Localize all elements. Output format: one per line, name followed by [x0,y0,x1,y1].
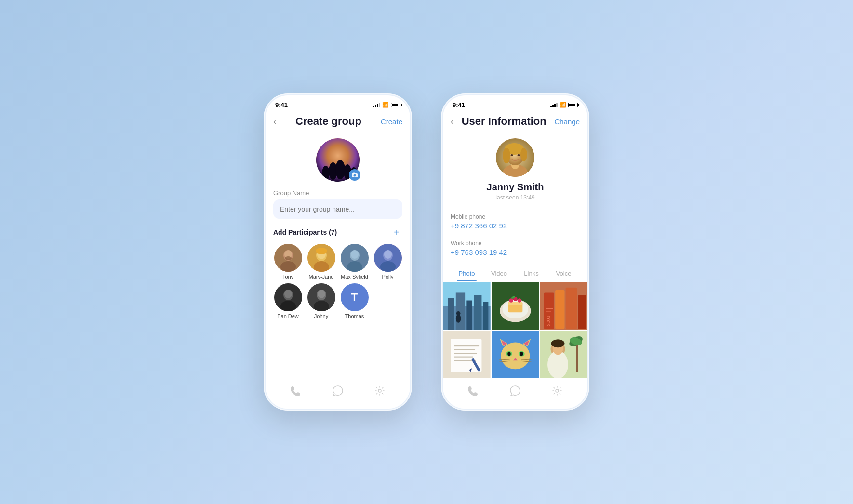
profile-avatar [496,138,534,177]
participants-header: Add Participants (7) + [273,226,402,238]
add-participant-button[interactable]: + [391,226,402,238]
svg-point-1 [322,166,330,180]
phones-container: 9:41 📶 ‹ Create group [264,93,589,411]
avatar-tony-image [274,244,302,272]
profile-name: Janny Smith [487,182,544,193]
work-phone-label: Work phone [451,240,580,247]
back-button-right[interactable]: ‹ [451,117,453,127]
avatar-thomas: T [341,283,369,311]
svg-point-13 [285,256,292,260]
svg-rect-8 [353,173,355,174]
svg-point-18 [316,248,327,254]
mobile-phone-label: Mobile phone [451,213,580,220]
svg-point-89 [520,352,523,356]
avatar-johny [307,283,335,311]
svg-point-35 [378,389,381,392]
svg-point-34 [318,290,325,298]
tab-photo[interactable]: Photo [451,265,483,281]
svg-rect-75 [454,353,477,354]
svg-rect-69 [546,308,553,309]
time-right: 9:41 [453,101,465,108]
photo-city[interactable] [443,282,491,330]
nav-header-left: ‹ Create group Create [266,111,410,133]
group-name-input[interactable] [273,199,402,219]
svg-point-44 [518,154,520,156]
svg-point-7 [354,174,356,177]
participant-johny[interactable]: Johny [307,283,336,319]
svg-rect-67 [578,295,586,329]
svg-rect-48 [456,292,465,330]
svg-point-59 [509,298,513,303]
phone-nav-icon-right[interactable] [468,385,479,399]
change-button[interactable]: Change [554,118,580,126]
name-polly: Polly [382,274,394,279]
participants-grid: Tony [273,244,402,319]
settings-nav-icon-right[interactable] [552,385,562,399]
participant-tony[interactable]: Tony [273,244,303,279]
page-title-right: User Information [462,115,546,128]
create-button[interactable]: Create [381,118,402,126]
chat-nav-icon-right[interactable] [510,385,520,399]
avatar-tony [274,244,302,272]
avatar-polly-image [374,244,402,272]
photo-paper[interactable] [443,331,491,379]
tab-voice[interactable]: Voice [547,265,580,281]
photo-food[interactable] [492,282,539,330]
phone-left-inner: 9:41 📶 ‹ Create group [266,95,410,409]
svg-rect-51 [483,302,489,330]
svg-text:BOOK: BOOK [546,316,550,327]
participant-mary[interactable]: Mary-Jane [307,244,336,279]
svg-rect-76 [454,356,473,357]
status-bar-left: 9:41 📶 [266,95,410,111]
camera-badge[interactable] [349,169,360,181]
battery-icon [391,103,400,107]
tab-video[interactable]: Video [483,265,515,281]
status-icons-right: 📶 [550,102,578,108]
avatar-bandew-image [274,283,302,311]
phone-nav-icon[interactable] [291,385,301,399]
participant-max[interactable]: Max Syfield [340,244,369,279]
name-bandew: Ban Dew [277,313,299,319]
page-title-left: Create group [295,115,361,128]
tab-links[interactable]: Links [515,265,547,281]
photo-cat[interactable] [492,331,539,379]
settings-nav-icon[interactable] [374,385,385,399]
photo-books[interactable]: BOOK [540,282,587,330]
participant-thomas[interactable]: T Thomas [340,283,369,319]
svg-point-30 [284,290,292,298]
avatar-max-image [341,244,369,272]
avatar-max [341,244,369,272]
avatar-bandew [274,283,302,311]
name-mary: Mary-Jane [309,274,334,279]
svg-rect-66 [566,288,577,329]
chat-nav-icon[interactable] [333,385,343,399]
name-tony: Tony [282,274,293,279]
svg-point-42 [520,148,527,161]
avatar-polly [374,244,402,272]
phone-right-inner: 9:41 📶 ‹ User Informatio [443,95,587,409]
time-left: 9:41 [275,101,288,108]
profile-avatar-image [496,138,534,177]
bottom-nav-left [266,380,410,409]
photo-person[interactable] [540,331,587,379]
svg-point-103 [556,389,559,392]
participant-polly[interactable]: Polly [373,244,402,279]
back-button-left[interactable]: ‹ [273,117,276,127]
svg-rect-50 [474,295,481,330]
wifi-icon-right: 📶 [560,102,566,108]
mobile-phone-value[interactable]: +9 872 366 02 92 [451,222,580,230]
svg-rect-70 [546,311,551,312]
photo-cat-image [492,331,539,379]
bottom-nav-right [443,380,587,409]
thomas-initial: T [351,291,358,304]
svg-point-26 [384,250,392,259]
participants-title: Add Participants (7) [273,228,337,236]
battery-icon-right [568,103,578,107]
name-johny: Johny [314,313,328,319]
work-phone-value[interactable]: +9 763 093 19 42 [451,248,580,256]
participant-bandew[interactable]: Ban Dew [273,283,303,319]
group-avatar-container[interactable] [266,138,410,182]
svg-point-81 [501,342,530,369]
svg-point-61 [517,298,521,303]
svg-point-22 [351,250,359,259]
